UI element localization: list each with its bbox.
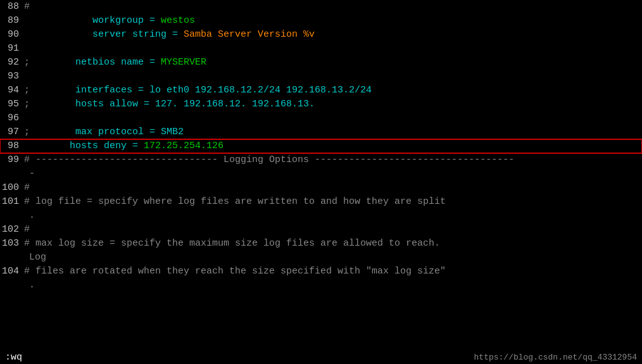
line-content: # — [24, 0, 642, 14]
line-content: # -------------------------------- Loggi… — [24, 153, 642, 167]
line-number: 95 — [0, 97, 24, 111]
line-content: ; interfaces = lo eth0 192.168.12.2/24 1… — [24, 84, 642, 97]
line-content: # files are rotated when they reach the … — [24, 265, 642, 279]
table-row: 91 — [0, 42, 642, 56]
line-content: ; max protocol = SMB2 — [24, 125, 642, 139]
line-number: 100 — [0, 181, 24, 195]
line-number: 97 — [0, 125, 24, 139]
table-row: 99# -------------------------------- Log… — [0, 153, 642, 167]
line-number: 92 — [0, 56, 24, 70]
vim-command: :wq — [5, 352, 22, 363]
line-content: ; hosts allow = 127. 192.168.12. 192.168… — [24, 97, 642, 111]
table-row: - — [0, 167, 642, 181]
table-row: 96 — [0, 111, 642, 125]
code-editor: 88#89 workgroup = westos90 server string… — [0, 0, 642, 364]
table-row: 94; interfaces = lo eth0 192.168.12.2/24… — [0, 84, 642, 97]
line-content: # max log size = specify the maximum siz… — [24, 237, 642, 251]
line-number: 102 — [0, 223, 24, 237]
line-number: 103 — [0, 237, 24, 251]
table-row: 88# — [0, 0, 642, 14]
table-row: Log — [0, 251, 642, 265]
line-number: 96 — [0, 111, 24, 125]
line-content: workgroup = westos — [24, 14, 642, 28]
line-number: 101 — [0, 195, 24, 209]
table-row: . — [0, 279, 642, 292]
line-number: 98 — [0, 139, 24, 153]
line-number: 94 — [0, 84, 24, 97]
line-number: 104 — [0, 265, 24, 279]
table-row: 104# files are rotated when they reach t… — [0, 265, 642, 279]
url-display: https://blog.csdn.net/qq_43312954 — [474, 353, 637, 362]
line-content: # — [24, 181, 642, 195]
line-content: hosts deny = 172.25.254.126 — [24, 139, 642, 153]
table-row: 97; max protocol = SMB2 — [0, 125, 642, 139]
table-row: . — [0, 209, 642, 223]
line-content: server string = Samba Server Version %v — [24, 28, 642, 42]
line-content: # — [24, 223, 642, 237]
line-number: 91 — [0, 42, 24, 56]
table-row: 100# — [0, 181, 642, 195]
line-number: 88 — [0, 0, 24, 14]
line-number: 90 — [0, 28, 24, 42]
line-content: # log file = specify where log files are… — [24, 195, 642, 209]
table-row: 92; netbios name = MYSERVER — [0, 56, 642, 70]
status-bar: :wq https://blog.csdn.net/qq_43312954 — [0, 351, 642, 364]
line-content: ; netbios name = MYSERVER — [24, 56, 642, 70]
table-row: 95; hosts allow = 127. 192.168.12. 192.1… — [0, 97, 642, 111]
table-row: 98 hosts deny = 172.25.254.126 — [0, 139, 642, 153]
line-number: 89 — [0, 14, 24, 28]
line-number: 93 — [0, 70, 24, 84]
table-row: 89 workgroup = westos — [0, 14, 642, 28]
table-row: 93 — [0, 70, 642, 84]
line-number: 99 — [0, 153, 24, 167]
table-row: 102# — [0, 223, 642, 237]
table-row: 103# max log size = specify the maximum … — [0, 237, 642, 251]
table-row: 101# log file = specify where log files … — [0, 195, 642, 209]
table-row: 90 server string = Samba Server Version … — [0, 28, 642, 42]
